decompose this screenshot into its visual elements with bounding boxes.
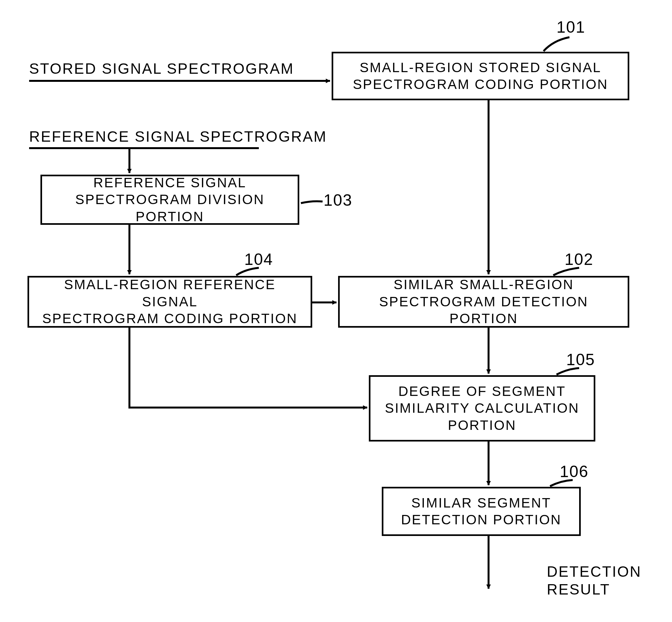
label-104: 104 bbox=[244, 250, 273, 269]
box-105-degree-similarity: DEGREE OF SEGMENT SIMILARITY CALCULATION… bbox=[369, 375, 595, 442]
box-102-similar-small-region-detection: SIMILAR SMALL-REGION SPECTROGRAM DETECTI… bbox=[338, 276, 629, 327]
box-105-text: DEGREE OF SEGMENT SIMILARITY CALCULATION… bbox=[385, 383, 579, 434]
box-101-stored-signal-coding: SMALL-REGION STORED SIGNAL SPECTROGRAM C… bbox=[332, 52, 629, 100]
box-102-text: SIMILAR SMALL-REGION SPECTROGRAM DETECTI… bbox=[345, 276, 622, 327]
box-106-similar-segment-detection: SIMILAR SEGMENT DETECTION PORTION bbox=[382, 487, 581, 536]
label-106: 106 bbox=[560, 462, 589, 481]
label-102: 102 bbox=[565, 250, 593, 269]
label-stored-signal-spectrogram: STORED SIGNAL SPECTROGRAM bbox=[29, 60, 294, 78]
box-101-text: SMALL-REGION STORED SIGNAL SPECTROGRAM C… bbox=[353, 59, 608, 93]
box-104-reference-coding: SMALL-REGION REFERENCE SIGNAL SPECTROGRA… bbox=[28, 276, 312, 327]
label-105: 105 bbox=[566, 350, 595, 369]
label-detection-result: DETECTION RESULT bbox=[547, 563, 642, 598]
box-103-reference-division: REFERENCE SIGNAL SPECTROGRAM DIVISION PO… bbox=[40, 175, 299, 225]
box-106-text: SIMILAR SEGMENT DETECTION PORTION bbox=[401, 494, 562, 528]
label-103: 103 bbox=[324, 191, 352, 210]
label-101: 101 bbox=[557, 18, 585, 37]
diagram-canvas: STORED SIGNAL SPECTROGRAM REFERENCE SIGN… bbox=[0, 0, 672, 622]
box-104-text: SMALL-REGION REFERENCE SIGNAL SPECTROGRA… bbox=[35, 276, 305, 327]
label-reference-signal-spectrogram: REFERENCE SIGNAL SPECTROGRAM bbox=[29, 128, 327, 145]
box-103-text: REFERENCE SIGNAL SPECTROGRAM DIVISION PO… bbox=[48, 174, 292, 226]
